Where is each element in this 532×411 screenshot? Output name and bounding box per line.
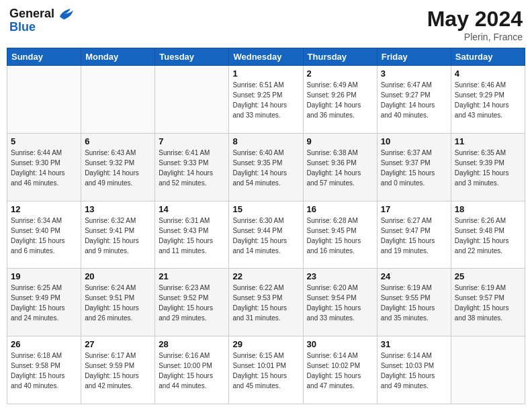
sunset-text: Sunset: 9:49 PM [11, 293, 77, 303]
sunset-text: Sunset: 9:29 PM [455, 90, 521, 100]
day-header-friday: Friday [377, 48, 451, 66]
calendar-cell: 1Sunrise: 6:51 AMSunset: 9:25 PMDaylight… [229, 66, 303, 134]
sunrise-text: Sunrise: 6:32 AM [85, 216, 151, 226]
title-block: May 2024 Plerin, France [427, 7, 523, 42]
day-info: Sunrise: 6:23 AMSunset: 9:52 PMDaylight:… [159, 283, 225, 323]
location: Plerin, France [427, 32, 523, 42]
sunrise-text: Sunrise: 6:41 AM [159, 148, 225, 158]
calendar-cell: 17Sunrise: 6:27 AMSunset: 9:47 PMDayligh… [377, 201, 451, 269]
day-header-monday: Monday [81, 48, 155, 66]
sunrise-text: Sunrise: 6:18 AM [11, 351, 77, 361]
sunset-text: Sunset: 9:26 PM [307, 90, 373, 100]
sunset-text: Sunset: 9:48 PM [455, 226, 521, 236]
daylight-text: Daylight: 14 hours and 40 minutes. [381, 100, 447, 120]
sunset-text: Sunset: 9:35 PM [232, 158, 299, 168]
sunrise-text: Sunrise: 6:27 AM [381, 216, 447, 226]
day-header-saturday: Saturday [451, 48, 525, 66]
sunrise-text: Sunrise: 6:51 AM [232, 80, 299, 90]
day-info: Sunrise: 6:51 AMSunset: 9:25 PMDaylight:… [232, 80, 299, 120]
day-info: Sunrise: 6:38 AMSunset: 9:36 PMDaylight:… [307, 148, 373, 188]
day-info: Sunrise: 6:30 AMSunset: 9:44 PMDaylight:… [232, 216, 299, 256]
day-header-wednesday: Wednesday [229, 48, 303, 66]
daylight-text: Daylight: 15 hours and 44 minutes. [159, 371, 225, 391]
day-number: 2 [307, 68, 373, 79]
day-number: 16 [307, 204, 373, 214]
calendar-cell: 4Sunrise: 6:46 AMSunset: 9:29 PMDaylight… [451, 66, 525, 134]
sunset-text: Sunset: 9:47 PM [381, 226, 447, 236]
day-number: 20 [85, 271, 151, 281]
sunset-text: Sunset: 10:01 PM [232, 361, 299, 371]
day-number: 28 [159, 339, 225, 349]
logo-text: General [9, 7, 73, 21]
day-number: 8 [232, 136, 299, 146]
calendar-cell: 7Sunrise: 6:41 AMSunset: 9:33 PMDaylight… [155, 133, 229, 201]
calendar-cell: 29Sunrise: 6:15 AMSunset: 10:01 PMDaylig… [229, 336, 303, 404]
sunrise-text: Sunrise: 6:16 AM [159, 351, 225, 361]
sunset-text: Sunset: 9:45 PM [307, 226, 373, 236]
sunrise-text: Sunrise: 6:20 AM [307, 283, 373, 293]
sunrise-text: Sunrise: 6:28 AM [307, 216, 373, 226]
calendar-cell: 10Sunrise: 6:37 AMSunset: 9:37 PMDayligh… [377, 133, 451, 201]
sunrise-text: Sunrise: 6:49 AM [307, 80, 373, 90]
daylight-text: Daylight: 15 hours and 47 minutes. [307, 371, 373, 391]
daylight-text: Daylight: 15 hours and 16 minutes. [307, 236, 373, 256]
sunset-text: Sunset: 9:25 PM [232, 90, 299, 100]
daylight-text: Daylight: 15 hours and 38 minutes. [455, 303, 521, 323]
calendar-cell: 11Sunrise: 6:35 AMSunset: 9:39 PMDayligh… [451, 133, 525, 201]
calendar-cell: 18Sunrise: 6:26 AMSunset: 9:48 PMDayligh… [451, 201, 525, 269]
sunset-text: Sunset: 10:00 PM [159, 361, 225, 371]
day-number: 30 [307, 339, 373, 349]
calendar-cell: 6Sunrise: 6:43 AMSunset: 9:32 PMDaylight… [81, 133, 155, 201]
day-info: Sunrise: 6:18 AMSunset: 9:58 PMDaylight:… [11, 351, 77, 391]
sunset-text: Sunset: 9:58 PM [11, 361, 77, 371]
day-number: 12 [11, 204, 77, 214]
day-number: 10 [381, 136, 447, 146]
week-row-2: 5Sunrise: 6:44 AMSunset: 9:30 PMDaylight… [7, 133, 525, 201]
sunset-text: Sunset: 9:59 PM [85, 361, 151, 371]
day-header-tuesday: Tuesday [155, 48, 229, 66]
week-row-1: 1Sunrise: 6:51 AMSunset: 9:25 PMDaylight… [7, 66, 525, 134]
daylight-text: Daylight: 15 hours and 22 minutes. [455, 236, 521, 256]
sunrise-text: Sunrise: 6:31 AM [159, 216, 225, 226]
day-info: Sunrise: 6:27 AMSunset: 9:47 PMDaylight:… [381, 216, 447, 256]
day-number: 17 [381, 204, 447, 214]
daylight-text: Daylight: 14 hours and 54 minutes. [232, 168, 299, 188]
day-number: 1 [232, 68, 299, 79]
sunset-text: Sunset: 9:55 PM [381, 293, 447, 303]
calendar-cell [451, 336, 525, 404]
sunrise-text: Sunrise: 6:47 AM [381, 80, 447, 90]
day-number: 24 [381, 271, 447, 281]
sunrise-text: Sunrise: 6:23 AM [159, 283, 225, 293]
calendar-cell: 14Sunrise: 6:31 AMSunset: 9:43 PMDayligh… [155, 201, 229, 269]
sunrise-text: Sunrise: 6:14 AM [307, 351, 373, 361]
calendar-cell: 3Sunrise: 6:47 AMSunset: 9:27 PMDaylight… [377, 66, 451, 134]
daylight-text: Daylight: 15 hours and 26 minutes. [85, 303, 151, 323]
daylight-text: Daylight: 15 hours and 40 minutes. [11, 371, 77, 391]
day-info: Sunrise: 6:14 AMSunset: 10:02 PMDaylight… [307, 351, 373, 391]
sunrise-text: Sunrise: 6:17 AM [85, 351, 151, 361]
sunset-text: Sunset: 9:57 PM [455, 293, 521, 303]
week-row-3: 12Sunrise: 6:34 AMSunset: 9:40 PMDayligh… [7, 201, 525, 269]
sunset-text: Sunset: 9:36 PM [307, 158, 373, 168]
month-year: May 2024 [427, 7, 523, 32]
day-info: Sunrise: 6:20 AMSunset: 9:54 PMDaylight:… [307, 283, 373, 323]
day-number: 4 [455, 68, 521, 79]
sunrise-text: Sunrise: 6:34 AM [11, 216, 77, 226]
calendar-cell [81, 66, 155, 134]
daylight-text: Daylight: 15 hours and 3 minutes. [455, 168, 521, 188]
day-number: 23 [307, 271, 373, 281]
day-info: Sunrise: 6:17 AMSunset: 9:59 PMDaylight:… [85, 351, 151, 391]
day-info: Sunrise: 6:15 AMSunset: 10:01 PMDaylight… [232, 351, 299, 391]
sunrise-text: Sunrise: 6:37 AM [381, 148, 447, 158]
sunset-text: Sunset: 9:40 PM [11, 226, 77, 236]
sunset-text: Sunset: 9:32 PM [85, 158, 151, 168]
daylight-text: Daylight: 15 hours and 6 minutes. [11, 236, 77, 256]
daylight-text: Daylight: 15 hours and 19 minutes. [381, 236, 447, 256]
daylight-text: Daylight: 15 hours and 35 minutes. [381, 303, 447, 323]
day-number: 25 [455, 271, 521, 281]
daylight-text: Daylight: 14 hours and 46 minutes. [11, 168, 77, 188]
day-info: Sunrise: 6:43 AMSunset: 9:32 PMDaylight:… [85, 148, 151, 188]
day-info: Sunrise: 6:16 AMSunset: 10:00 PMDaylight… [159, 351, 225, 391]
daylight-text: Daylight: 14 hours and 57 minutes. [307, 168, 373, 188]
sunset-text: Sunset: 9:41 PM [85, 226, 151, 236]
